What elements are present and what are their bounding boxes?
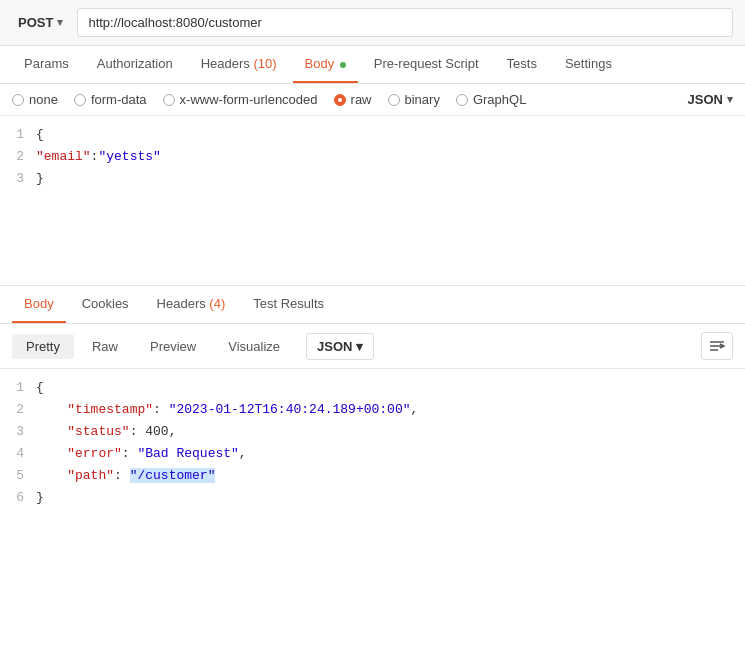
val-timestamp: "2023-01-12T16:40:24.189+00:00"	[169, 402, 411, 417]
response-tab-cookies[interactable]: Cookies	[70, 286, 141, 323]
key-email: "email"	[36, 149, 91, 164]
method-selector[interactable]: POST ▾	[12, 11, 69, 34]
radio-raw-circle	[334, 94, 346, 106]
radio-form-data[interactable]: form-data	[74, 92, 147, 107]
wrap-lines-icon	[708, 338, 726, 354]
request-tabs: Params Authorization Headers (10) Body P…	[0, 46, 745, 84]
response-line-4: 4 "error": "Bad Request",	[0, 443, 745, 465]
tab-pre-request[interactable]: Pre-request Script	[362, 46, 491, 83]
val-path: "/customer"	[130, 468, 216, 483]
res-line-num-5: 5	[0, 465, 36, 487]
response-line-6: 6 }	[0, 487, 745, 509]
tab-params[interactable]: Params	[12, 46, 81, 83]
tab-tests[interactable]: Tests	[495, 46, 549, 83]
radio-binary-label: binary	[405, 92, 440, 107]
response-tab-body[interactable]: Body	[12, 286, 66, 323]
response-line-5: 5 "path": "/customer"	[0, 465, 745, 487]
key-status: "status"	[67, 424, 129, 439]
radio-binary-circle	[388, 94, 400, 106]
radio-urlencoded-circle	[163, 94, 175, 106]
res-line-num-2: 2	[0, 399, 36, 421]
res-line-num-4: 4	[0, 443, 36, 465]
request-line-1: 1 {	[0, 124, 745, 146]
radio-raw[interactable]: raw	[334, 92, 372, 107]
res-line-num-3: 3	[0, 421, 36, 443]
response-json-arrow: ▾	[356, 339, 363, 354]
radio-binary[interactable]: binary	[388, 92, 440, 107]
res-line-num-6: 6	[0, 487, 36, 509]
format-visualize[interactable]: Visualize	[214, 334, 294, 359]
response-code-area: 1 { 2 "timestamp": "2023-01-12T16:40:24.…	[0, 369, 745, 517]
wrap-icon-button[interactable]	[701, 332, 733, 360]
key-error: "error"	[67, 446, 122, 461]
response-tab-test-results[interactable]: Test Results	[241, 286, 336, 323]
request-code-editor[interactable]: 1 { 2 "email":"yetsts" 3 }	[0, 116, 745, 286]
format-raw[interactable]: Raw	[78, 334, 132, 359]
res-line-content-1: {	[36, 377, 745, 399]
radio-graphql-label: GraphQL	[473, 92, 526, 107]
res-line-content-6: }	[36, 487, 745, 509]
radio-graphql-circle	[456, 94, 468, 106]
radio-urlencoded-label: x-www-form-urlencoded	[180, 92, 318, 107]
body-type-bar: none form-data x-www-form-urlencoded raw…	[0, 84, 745, 116]
line-content-3: }	[36, 168, 745, 190]
request-line-2: 2 "email":"yetsts"	[0, 146, 745, 168]
response-line-2: 2 "timestamp": "2023-01-12T16:40:24.189+…	[0, 399, 745, 421]
res-line-content-2: "timestamp": "2023-01-12T16:40:24.189+00…	[36, 399, 745, 421]
format-pretty[interactable]: Pretty	[12, 334, 74, 359]
line-content-2: "email":"yetsts"	[36, 146, 745, 168]
method-label: POST	[18, 15, 53, 30]
res-line-content-3: "status": 400,	[36, 421, 745, 443]
url-bar: POST ▾	[0, 0, 745, 46]
method-chevron: ▾	[57, 16, 63, 29]
radio-none-label: none	[29, 92, 58, 107]
line-number-2: 2	[0, 146, 36, 168]
radio-urlencoded[interactable]: x-www-form-urlencoded	[163, 92, 318, 107]
response-section: Body Cookies Headers (4) Test Results Pr…	[0, 286, 745, 517]
key-path: "path"	[67, 468, 114, 483]
format-preview[interactable]: Preview	[136, 334, 210, 359]
line-number-3: 3	[0, 168, 36, 190]
response-json-label: JSON	[317, 339, 352, 354]
json-format-label: JSON	[688, 92, 723, 107]
radio-form-data-circle	[74, 94, 86, 106]
radio-raw-label: raw	[351, 92, 372, 107]
val-email: "yetsts"	[98, 149, 160, 164]
val-error: "Bad Request"	[137, 446, 238, 461]
tab-authorization[interactable]: Authorization	[85, 46, 185, 83]
response-tab-headers[interactable]: Headers (4)	[145, 286, 238, 323]
tab-headers[interactable]: Headers (10)	[189, 46, 289, 83]
radio-none[interactable]: none	[12, 92, 58, 107]
tab-body[interactable]: Body	[293, 46, 358, 83]
json-format-arrow: ▾	[727, 93, 733, 106]
key-timestamp: "timestamp"	[67, 402, 153, 417]
url-input[interactable]	[77, 8, 733, 37]
line-number-1: 1	[0, 124, 36, 146]
json-format-dropdown[interactable]: JSON ▾	[688, 92, 733, 107]
res-line-num-1: 1	[0, 377, 36, 399]
val-status: 400	[145, 424, 168, 439]
line-content-1: {	[36, 124, 745, 146]
response-json-dropdown[interactable]: JSON ▾	[306, 333, 374, 360]
radio-form-data-label: form-data	[91, 92, 147, 107]
request-line-3: 3 }	[0, 168, 745, 190]
tab-settings[interactable]: Settings	[553, 46, 624, 83]
res-line-content-4: "error": "Bad Request",	[36, 443, 745, 465]
response-tabs: Body Cookies Headers (4) Test Results	[0, 286, 745, 324]
res-line-content-5: "path": "/customer"	[36, 465, 745, 487]
radio-graphql[interactable]: GraphQL	[456, 92, 526, 107]
response-line-1: 1 {	[0, 377, 745, 399]
response-format-bar: Pretty Raw Preview Visualize JSON ▾	[0, 324, 745, 369]
response-line-3: 3 "status": 400,	[0, 421, 745, 443]
radio-none-circle	[12, 94, 24, 106]
